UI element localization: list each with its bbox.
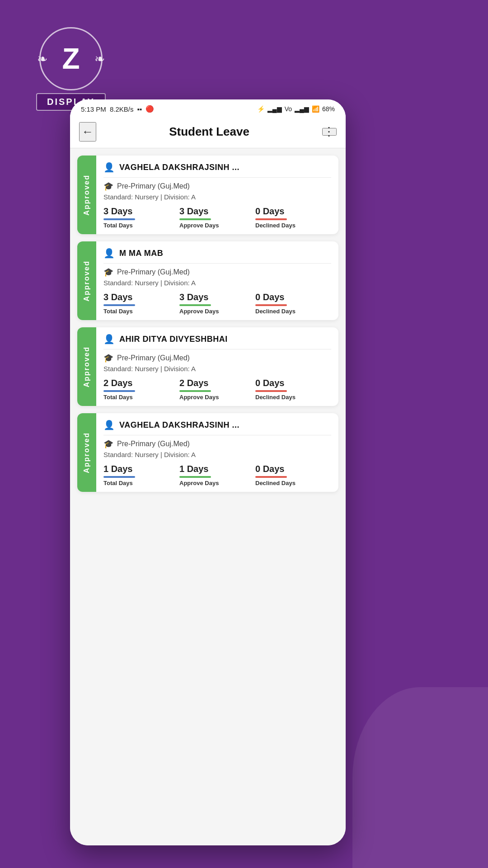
content-area: Approved 👤 VAGHELA DAKSHRAJSINH ... 🎓 Pr… <box>70 148 346 845</box>
person-icon: 👤 <box>103 420 115 430</box>
status-label: Approved <box>83 175 91 216</box>
card-sidebar: Approved <box>77 241 96 320</box>
leave-card[interactable]: Approved 👤 VAGHELA DAKSHRAJSINH ... 🎓 Pr… <box>77 156 338 234</box>
declined-days-value: 0 Days <box>255 378 285 388</box>
approve-days-label: Approve Days <box>179 394 219 401</box>
bluetooth-icon: ⚡ <box>257 105 265 113</box>
approve-bar <box>179 304 211 306</box>
total-bar <box>103 218 135 220</box>
card-content: 👤 VAGHELA DAKSHRAJSINH ... 🎓 Pre-Primary… <box>96 413 338 492</box>
declined-bar <box>255 304 287 306</box>
approve-bar <box>179 390 211 392</box>
class-row: 🎓 Pre-Primary (Guj.Med) <box>103 439 331 449</box>
phone-frame: 5:13 PM 8.2KB/s ▪▪ 🔴 ⚡ ▂▄▆ Vo ▂▄▆ 📶 68% … <box>70 99 346 845</box>
declined-days-stat: 0 Days Declined Days <box>255 206 331 229</box>
class-row: 🎓 Pre-Primary (Guj.Med) <box>103 267 331 277</box>
approve-days-stat: 2 Days Approve Days <box>179 378 255 401</box>
declined-days-value: 0 Days <box>255 464 285 474</box>
status-left: 5:13 PM 8.2KB/s ▪▪ 🔴 <box>81 105 154 113</box>
total-days-value: 1 Days <box>103 464 133 474</box>
standard-row: Standard: Nursery | Division: A <box>103 279 331 287</box>
status-label: Approved <box>83 260 91 302</box>
declined-days-value: 0 Days <box>255 206 285 217</box>
total-bar <box>103 390 135 392</box>
notification-icon: ▪▪ <box>137 105 142 113</box>
declined-bar <box>255 390 287 392</box>
total-bar <box>103 476 135 478</box>
declined-days-stat: 0 Days Declined Days <box>255 464 331 486</box>
total-days-label: Total Days <box>103 222 133 229</box>
total-days-value: 3 Days <box>103 206 133 217</box>
total-days-stat: 3 Days Total Days <box>103 292 179 315</box>
app-header: ← Student Leave ⋮ <box>70 116 346 148</box>
person-icon: 👤 <box>103 162 115 173</box>
student-name: M MA MAB <box>119 249 163 258</box>
leaves-left-icon: ❧ <box>37 52 47 66</box>
total-days-stat: 1 Days Total Days <box>103 464 179 486</box>
approve-days-stat: 3 Days Approve Days <box>179 206 255 229</box>
class-name: Pre-Primary (Guj.Med) <box>117 440 190 448</box>
stats-row: 3 Days Total Days 3 Days Approve Days 0 … <box>103 292 331 315</box>
declined-bar <box>255 476 287 478</box>
logo-circle: ❧ Z ❧ <box>39 27 103 90</box>
wifi-icon: 📶 <box>312 105 319 113</box>
divider <box>103 177 331 178</box>
approve-days-label: Approve Days <box>179 308 219 315</box>
back-button[interactable]: ← <box>79 122 96 142</box>
graduation-icon: 🎓 <box>103 353 113 363</box>
divider <box>103 263 331 264</box>
speed-display: 8.2KB/s <box>110 105 134 113</box>
status-label: Approved <box>83 432 91 473</box>
student-name: VAGHELA DAKSHRAJSINH ... <box>119 163 239 172</box>
declined-days-label: Declined Days <box>255 308 296 315</box>
approve-days-label: Approve Days <box>179 480 219 486</box>
class-row: 🎓 Pre-Primary (Guj.Med) <box>103 353 331 363</box>
class-name: Pre-Primary (Guj.Med) <box>117 268 190 276</box>
person-icon: 👤 <box>103 248 115 259</box>
status-label: Approved <box>83 346 91 387</box>
approve-days-value: 3 Days <box>179 206 209 217</box>
total-days-label: Total Days <box>103 394 133 401</box>
leave-card[interactable]: Approved 👤 VAGHELA DAKSHRAJSINH ... 🎓 Pr… <box>77 413 338 492</box>
divider <box>103 435 331 435</box>
leave-card[interactable]: Approved 👤 M MA MAB 🎓 Pre-Primary (Guj.M… <box>77 241 338 320</box>
card-sidebar: Approved <box>77 327 96 406</box>
class-name: Pre-Primary (Guj.Med) <box>117 182 190 190</box>
card-content: 👤 AHIR DITYA DIVYESHBHAI 🎓 Pre-Primary (… <box>96 327 338 406</box>
approve-days-stat: 3 Days Approve Days <box>179 292 255 315</box>
declined-days-value: 0 Days <box>255 292 285 302</box>
total-days-value: 2 Days <box>103 378 133 388</box>
status-bar: 5:13 PM 8.2KB/s ▪▪ 🔴 ⚡ ▂▄▆ Vo ▂▄▆ 📶 68% <box>70 99 346 116</box>
person-icon: 👤 <box>103 334 115 344</box>
card-sidebar: Approved <box>77 413 96 492</box>
leave-card[interactable]: Approved 👤 AHIR DITYA DIVYESHBHAI 🎓 Pre-… <box>77 327 338 406</box>
more-options-button[interactable]: ⋮ <box>322 128 337 136</box>
card-sidebar: Approved <box>77 156 96 234</box>
stats-row: 3 Days Total Days 3 Days Approve Days 0 … <box>103 206 331 229</box>
student-name-row: 👤 VAGHELA DAKSHRAJSINH ... <box>103 420 331 430</box>
class-row: 🎓 Pre-Primary (Guj.Med) <box>103 181 331 191</box>
total-bar <box>103 304 135 306</box>
standard-row: Standard: Nursery | Division: A <box>103 365 331 373</box>
battery-display: 68% <box>322 105 335 113</box>
app-icon-indicator: 🔴 <box>145 105 154 113</box>
standard-row: Standard: Nursery | Division: A <box>103 451 331 458</box>
logo-letter: Z <box>62 44 80 73</box>
card-content: 👤 M MA MAB 🎓 Pre-Primary (Guj.Med) Stand… <box>96 241 338 320</box>
stats-row: 2 Days Total Days 2 Days Approve Days 0 … <box>103 378 331 401</box>
graduation-icon: 🎓 <box>103 181 113 191</box>
declined-days-label: Declined Days <box>255 222 296 229</box>
bg-decoration <box>352 687 488 868</box>
graduation-icon: 🎓 <box>103 267 113 277</box>
total-days-value: 3 Days <box>103 292 133 302</box>
wifi-label: Vo <box>285 105 292 113</box>
total-days-stat: 2 Days Total Days <box>103 378 179 401</box>
total-days-stat: 3 Days Total Days <box>103 206 179 229</box>
stats-row: 1 Days Total Days 1 Days Approve Days 0 … <box>103 464 331 486</box>
signal-icon: ▂▄▆ <box>267 105 282 113</box>
divider <box>103 349 331 349</box>
status-right: ⚡ ▂▄▆ Vo ▂▄▆ 📶 68% <box>257 105 335 113</box>
approve-days-value: 2 Days <box>179 378 209 388</box>
declined-days-label: Declined Days <box>255 480 296 486</box>
approve-days-value: 1 Days <box>179 464 209 474</box>
